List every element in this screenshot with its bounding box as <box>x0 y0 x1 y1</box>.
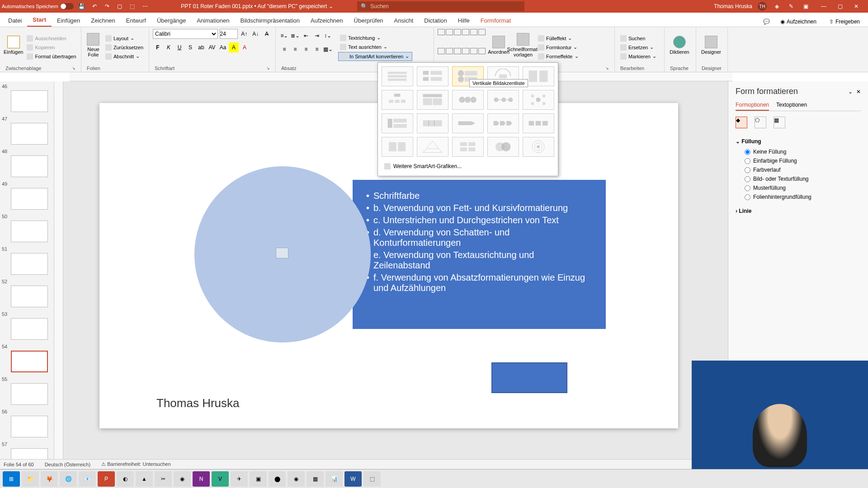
smartart-option-8[interactable] <box>452 90 484 110</box>
tab-hilfe[interactable]: Hilfe <box>453 14 475 27</box>
outlook-icon[interactable]: 📧 <box>79 471 96 487</box>
smartart-option-20[interactable] <box>523 137 554 157</box>
picture-placeholder-icon[interactable] <box>276 248 288 258</box>
smartart-more-button[interactable]: Weitere SmartArt-Grafiken... <box>382 160 554 172</box>
tab-start[interactable]: Start <box>27 14 52 27</box>
tab-ansicht[interactable]: Ansicht <box>389 14 419 27</box>
shape-curve-icon[interactable] <box>446 48 453 54</box>
fill-picture-radio[interactable]: Bild- oder Texturfüllung <box>736 174 861 183</box>
font-select[interactable]: Calibri <box>153 29 218 39</box>
shape-tri-icon[interactable] <box>438 48 445 54</box>
smartart-option-19[interactable] <box>487 137 519 157</box>
shape-outline-button[interactable]: Formkontur ⌄ <box>536 43 580 52</box>
shapes-gallery[interactable] <box>438 29 486 66</box>
app-icon[interactable]: ◐ <box>117 471 134 487</box>
smartart-option-15[interactable] <box>523 113 554 133</box>
app6-icon[interactable]: 📊 <box>326 471 343 487</box>
align-text-button[interactable]: Text ausrichten ⌄ <box>338 43 412 51</box>
shrink-font-icon[interactable]: A↓ <box>251 29 260 39</box>
strike-button[interactable]: S <box>185 42 195 52</box>
thumb-53[interactable]: 53 <box>2 311 52 340</box>
box-icon[interactable]: ▣ <box>801 2 810 11</box>
app3-icon[interactable]: ▣ <box>250 471 267 487</box>
new-slide-button[interactable]: Neue Folie <box>85 29 102 61</box>
fill-gradient-radio[interactable]: Farbverlauf <box>736 165 861 174</box>
shape-line-icon[interactable] <box>438 29 445 35</box>
shape-effects-button[interactable]: Formeffekte ⌄ <box>536 52 580 61</box>
fill-section-header[interactable]: ⌄ Füllung <box>736 136 861 147</box>
pen-icon[interactable]: ✎ <box>787 2 796 11</box>
record-button[interactable]: ◉ Aufzeichnen <box>777 17 820 27</box>
powerpoint-icon[interactable]: P <box>98 471 115 487</box>
app4-icon[interactable]: ◉ <box>288 471 305 487</box>
pane-tab-text[interactable]: Textoptionen <box>776 100 807 111</box>
tab-animationen[interactable]: Animationen <box>191 14 235 27</box>
smartart-option-16[interactable] <box>382 137 413 157</box>
save-icon[interactable]: 💾 <box>77 2 86 11</box>
fill-pattern-radio[interactable]: Musterfüllung <box>736 183 861 192</box>
align-left-button[interactable]: ≡ <box>279 44 289 54</box>
shape-arrow-icon[interactable] <box>446 29 453 35</box>
slide-author-text[interactable]: Thomas Hruska <box>156 396 240 410</box>
obs-icon[interactable]: ⬤ <box>269 471 286 487</box>
font-color-button[interactable]: A <box>240 42 250 52</box>
onenote-icon[interactable]: N <box>193 471 210 487</box>
smartart-option-9[interactable] <box>487 90 519 110</box>
smartart-option-11[interactable] <box>382 113 413 133</box>
fill-slide-bg-radio[interactable]: Folienhintergrundfüllung <box>736 192 861 202</box>
app2-icon[interactable]: ◉ <box>174 471 191 487</box>
underline-button[interactable]: U <box>175 42 184 52</box>
thumb-46[interactable]: 46 <box>2 83 52 112</box>
arrange-button[interactable]: Anordnen <box>487 29 510 61</box>
shape-brace2-icon[interactable] <box>470 48 477 54</box>
shape-more-icon[interactable] <box>478 29 486 35</box>
slide-counter[interactable]: Folie 54 of 60 <box>4 462 34 467</box>
align-center-button[interactable]: ≡ <box>290 44 300 54</box>
size-pane-icon[interactable]: ▦ <box>774 117 785 128</box>
smartart-convert-button[interactable]: In SmartArt konvertieren ⌄ <box>338 52 412 61</box>
user-avatar[interactable]: TH <box>758 2 767 11</box>
replace-button[interactable]: Ersetzen ⌄ <box>618 43 658 52</box>
font-size-select[interactable] <box>220 29 238 39</box>
smartart-option-2[interactable] <box>417 66 448 86</box>
snip-icon[interactable]: ✂ <box>155 471 172 487</box>
text-direction-button[interactable]: Textrichtung ⌄ <box>338 34 412 42</box>
designer-button[interactable]: Designer <box>700 29 722 61</box>
file-title[interactable]: PPT 01 Roter Faden 001.pptx • Auf "diese… <box>181 3 333 9</box>
tab-uebergaenge[interactable]: Übergänge <box>151 14 191 27</box>
select-button[interactable]: Markieren ⌄ <box>618 52 658 61</box>
thumb-55[interactable]: 55 <box>2 376 52 405</box>
dec-indent-button[interactable]: ⇤ <box>301 31 311 41</box>
tab-aufzeichnen[interactable]: Aufzeichnen <box>305 14 349 27</box>
italic-button[interactable]: K <box>164 42 174 52</box>
app7-icon[interactable]: ⬚ <box>363 471 381 487</box>
touch-icon[interactable]: ⬚ <box>128 2 137 11</box>
language-status[interactable]: Deutsch (Österreich) <box>45 462 90 467</box>
columns-button[interactable]: ▦⌄ <box>323 44 333 54</box>
format-painter-button[interactable]: Format übertragen <box>25 52 78 61</box>
dictate-button[interactable]: Diktieren <box>668 29 691 61</box>
telegram-icon[interactable]: ✈ <box>231 471 248 487</box>
diamond-icon[interactable]: ◈ <box>772 2 781 11</box>
shadow-button[interactable]: ab <box>196 42 206 52</box>
smartart-option-10[interactable] <box>523 90 554 110</box>
thumb-54[interactable]: 54 <box>2 343 52 372</box>
shape-text-icon[interactable] <box>454 48 461 54</box>
app5-icon[interactable]: ▦ <box>307 471 324 487</box>
grow-font-icon[interactable]: A↑ <box>240 29 249 39</box>
tab-entwurf[interactable]: Entwurf <box>121 14 151 27</box>
thumb-50[interactable]: 50 <box>2 213 52 242</box>
vlc-icon[interactable]: ▲ <box>136 471 153 487</box>
smartart-option-12[interactable] <box>417 113 448 133</box>
quickstyles-button[interactable]: Schnellformat- vorlagen <box>512 29 534 61</box>
tab-formformat[interactable]: Formformat <box>475 14 516 27</box>
clear-format-icon[interactable]: A̶ <box>262 29 272 39</box>
thumb-51[interactable]: 51 <box>2 246 52 275</box>
thumb-49[interactable]: 49 <box>2 181 52 210</box>
tab-zeichnen[interactable]: Zeichnen <box>85 14 120 27</box>
chrome-icon[interactable]: 🌐 <box>60 471 77 487</box>
vscode-icon[interactable]: V <box>212 471 229 487</box>
undo-icon[interactable]: ↶ <box>90 2 99 11</box>
fill-none-radio[interactable]: Keine Füllung <box>736 147 861 156</box>
redo-icon[interactable]: ↷ <box>103 2 112 11</box>
